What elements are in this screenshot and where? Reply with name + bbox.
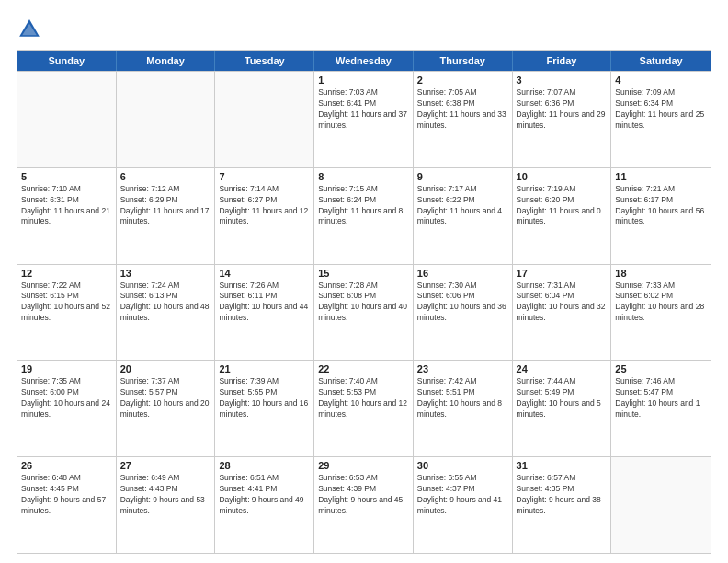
day-cell-23: 23Sunrise: 7:42 AM Sunset: 5:51 PM Dayli… <box>414 361 513 456</box>
day-number: 23 <box>417 363 508 374</box>
calendar: SundayMondayTuesdayWednesdayThursdayFrid… <box>17 50 711 554</box>
day-cell-29: 29Sunrise: 6:53 AM Sunset: 4:39 PM Dayli… <box>314 457 414 553</box>
day-info: Sunrise: 7:40 AM Sunset: 5:53 PM Dayligh… <box>318 376 409 420</box>
day-cell-15: 15Sunrise: 7:28 AM Sunset: 6:08 PM Dayli… <box>314 265 414 361</box>
day-number: 18 <box>615 268 707 279</box>
day-info: Sunrise: 7:37 AM Sunset: 5:57 PM Dayligh… <box>120 376 211 420</box>
day-number: 9 <box>417 171 508 182</box>
calendar-row-5: 26Sunrise: 6:48 AM Sunset: 4:45 PM Dayli… <box>17 456 711 553</box>
day-info: Sunrise: 7:05 AM Sunset: 6:38 PM Dayligh… <box>417 87 508 132</box>
day-number: 14 <box>219 268 310 279</box>
page: SundayMondayTuesdayWednesdayThursdayFrid… <box>0 0 728 563</box>
day-number: 20 <box>120 363 211 374</box>
day-cell-11: 11Sunrise: 7:21 AM Sunset: 6:17 PM Dayli… <box>611 168 711 264</box>
day-header-thursday: Thursday <box>414 51 513 71</box>
day-info: Sunrise: 6:55 AM Sunset: 4:37 PM Dayligh… <box>417 473 508 517</box>
day-number: 1 <box>318 75 409 86</box>
day-header-tuesday: Tuesday <box>215 51 314 71</box>
day-cell-28: 28Sunrise: 6:51 AM Sunset: 4:41 PM Dayli… <box>215 457 314 553</box>
day-number: 13 <box>120 268 211 279</box>
day-cell-30: 30Sunrise: 6:55 AM Sunset: 4:37 PM Dayli… <box>414 457 513 553</box>
day-cell-27: 27Sunrise: 6:49 AM Sunset: 4:43 PM Dayli… <box>117 457 216 553</box>
day-header-friday: Friday <box>513 51 612 71</box>
day-cell-3: 3Sunrise: 7:07 AM Sunset: 6:36 PM Daylig… <box>513 72 612 167</box>
day-cell-9: 9Sunrise: 7:17 AM Sunset: 6:22 PM Daylig… <box>414 168 513 264</box>
day-number: 16 <box>417 268 508 279</box>
day-info: Sunrise: 6:57 AM Sunset: 4:35 PM Dayligh… <box>517 473 608 517</box>
day-number: 29 <box>318 460 409 471</box>
empty-cell <box>611 457 711 553</box>
day-cell-5: 5Sunrise: 7:10 AM Sunset: 6:31 PM Daylig… <box>17 168 117 264</box>
day-info: Sunrise: 7:03 AM Sunset: 6:41 PM Dayligh… <box>318 87 409 132</box>
day-number: 30 <box>417 460 508 471</box>
day-info: Sunrise: 7:19 AM Sunset: 6:20 PM Dayligh… <box>517 184 608 228</box>
day-header-monday: Monday <box>117 51 216 71</box>
calendar-row-3: 12Sunrise: 7:22 AM Sunset: 6:15 PM Dayli… <box>17 264 711 361</box>
calendar-body: 1Sunrise: 7:03 AM Sunset: 6:41 PM Daylig… <box>17 71 711 553</box>
day-number: 26 <box>21 460 112 471</box>
day-cell-2: 2Sunrise: 7:05 AM Sunset: 6:38 PM Daylig… <box>414 72 513 167</box>
day-info: Sunrise: 7:28 AM Sunset: 6:08 PM Dayligh… <box>318 281 409 325</box>
empty-cell <box>17 72 117 167</box>
day-header-wednesday: Wednesday <box>314 51 414 71</box>
day-info: Sunrise: 6:49 AM Sunset: 4:43 PM Dayligh… <box>120 473 211 517</box>
day-cell-1: 1Sunrise: 7:03 AM Sunset: 6:41 PM Daylig… <box>314 72 414 167</box>
empty-cell <box>215 72 314 167</box>
day-number: 10 <box>517 171 608 182</box>
day-number: 27 <box>120 460 211 471</box>
day-number: 24 <box>517 363 608 374</box>
day-cell-22: 22Sunrise: 7:40 AM Sunset: 5:53 PM Dayli… <box>314 361 414 456</box>
day-cell-10: 10Sunrise: 7:19 AM Sunset: 6:20 PM Dayli… <box>513 168 612 264</box>
day-info: Sunrise: 7:35 AM Sunset: 6:00 PM Dayligh… <box>21 376 112 420</box>
day-info: Sunrise: 7:12 AM Sunset: 6:29 PM Dayligh… <box>120 184 211 228</box>
day-info: Sunrise: 7:24 AM Sunset: 6:13 PM Dayligh… <box>120 281 211 325</box>
day-number: 3 <box>517 75 608 86</box>
day-info: Sunrise: 7:39 AM Sunset: 5:55 PM Dayligh… <box>219 376 310 420</box>
day-cell-18: 18Sunrise: 7:33 AM Sunset: 6:02 PM Dayli… <box>611 265 711 361</box>
day-info: Sunrise: 7:30 AM Sunset: 6:06 PM Dayligh… <box>417 281 508 325</box>
day-info: Sunrise: 7:22 AM Sunset: 6:15 PM Dayligh… <box>21 281 112 325</box>
day-number: 6 <box>120 171 211 182</box>
day-cell-31: 31Sunrise: 6:57 AM Sunset: 4:35 PM Dayli… <box>513 457 612 553</box>
logo-icon <box>17 17 42 42</box>
calendar-row-2: 5Sunrise: 7:10 AM Sunset: 6:31 PM Daylig… <box>17 167 711 264</box>
day-info: Sunrise: 7:17 AM Sunset: 6:22 PM Dayligh… <box>417 184 508 228</box>
day-info: Sunrise: 7:15 AM Sunset: 6:24 PM Dayligh… <box>318 184 409 228</box>
day-cell-20: 20Sunrise: 7:37 AM Sunset: 5:57 PM Dayli… <box>117 361 216 456</box>
day-info: Sunrise: 7:26 AM Sunset: 6:11 PM Dayligh… <box>219 281 310 325</box>
day-number: 8 <box>318 171 409 182</box>
day-info: Sunrise: 7:31 AM Sunset: 6:04 PM Dayligh… <box>517 281 608 325</box>
day-header-sunday: Sunday <box>17 51 117 71</box>
day-info: Sunrise: 6:53 AM Sunset: 4:39 PM Dayligh… <box>318 473 409 517</box>
day-cell-4: 4Sunrise: 7:09 AM Sunset: 6:34 PM Daylig… <box>611 72 711 167</box>
day-number: 17 <box>517 268 608 279</box>
empty-cell <box>117 72 216 167</box>
day-info: Sunrise: 7:09 AM Sunset: 6:34 PM Dayligh… <box>615 87 707 132</box>
day-cell-19: 19Sunrise: 7:35 AM Sunset: 6:00 PM Dayli… <box>17 361 117 456</box>
day-number: 21 <box>219 363 310 374</box>
logo <box>17 17 46 42</box>
day-number: 25 <box>615 363 707 374</box>
day-cell-17: 17Sunrise: 7:31 AM Sunset: 6:04 PM Dayli… <box>513 265 612 361</box>
day-cell-8: 8Sunrise: 7:15 AM Sunset: 6:24 PM Daylig… <box>314 168 414 264</box>
day-info: Sunrise: 7:14 AM Sunset: 6:27 PM Dayligh… <box>219 184 310 228</box>
day-info: Sunrise: 7:44 AM Sunset: 5:49 PM Dayligh… <box>517 376 608 420</box>
day-number: 15 <box>318 268 409 279</box>
calendar-row-1: 1Sunrise: 7:03 AM Sunset: 6:41 PM Daylig… <box>17 71 711 167</box>
day-info: Sunrise: 7:42 AM Sunset: 5:51 PM Dayligh… <box>417 376 508 420</box>
day-info: Sunrise: 6:51 AM Sunset: 4:41 PM Dayligh… <box>219 473 310 517</box>
day-number: 7 <box>219 171 310 182</box>
header <box>17 17 711 42</box>
day-number: 12 <box>21 268 112 279</box>
day-cell-21: 21Sunrise: 7:39 AM Sunset: 5:55 PM Dayli… <box>215 361 314 456</box>
day-info: Sunrise: 7:46 AM Sunset: 5:47 PM Dayligh… <box>615 376 707 420</box>
day-cell-13: 13Sunrise: 7:24 AM Sunset: 6:13 PM Dayli… <box>117 265 216 361</box>
calendar-header: SundayMondayTuesdayWednesdayThursdayFrid… <box>17 51 711 71</box>
day-cell-26: 26Sunrise: 6:48 AM Sunset: 4:45 PM Dayli… <box>17 457 117 553</box>
day-cell-25: 25Sunrise: 7:46 AM Sunset: 5:47 PM Dayli… <box>611 361 711 456</box>
day-info: Sunrise: 7:21 AM Sunset: 6:17 PM Dayligh… <box>615 184 707 228</box>
day-number: 28 <box>219 460 310 471</box>
day-cell-24: 24Sunrise: 7:44 AM Sunset: 5:49 PM Dayli… <box>513 361 612 456</box>
day-number: 4 <box>615 75 707 86</box>
day-cell-14: 14Sunrise: 7:26 AM Sunset: 6:11 PM Dayli… <box>215 265 314 361</box>
